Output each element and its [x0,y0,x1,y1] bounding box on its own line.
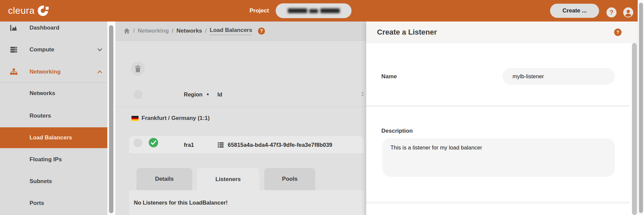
home-icon[interactable] [123,28,130,34]
panel-header: Create a Listener ? [366,22,638,43]
redacted-project-name [288,8,307,13]
logo-c-icon [38,5,49,16]
create-button[interactable]: Create ... [550,4,599,18]
sidebar-scrollbar-thumb[interactable] [109,25,113,213]
status-active-icon [149,138,158,149]
sidebar-item-label: Networking [30,69,61,75]
sidebar-item-label: Ports [30,200,44,207]
sidebar-item-label: Networks [30,90,55,97]
chevron-down-icon [97,47,102,53]
region-group-label: Frankfurt / Germany (1:1) [142,115,210,122]
column-header-id[interactable]: Id [217,90,222,99]
sort-ascending-icon: ▲ [206,92,210,96]
empty-listeners-message: No Listeners for this LoadBalancer! [134,200,228,206]
sidebar-item-subnets[interactable]: Subnets [0,171,107,192]
column-header-region[interactable]: Region [184,90,203,99]
breadcrumb: / Networking / Networks / Load Balancers… [123,27,265,35]
section-divider [366,105,630,107]
help-button[interactable]: ? [606,7,616,17]
list-icon [218,142,224,149]
sidebar: Dashboard Compute Networki [0,22,107,215]
name-input-value: mylb-listener [513,73,544,79]
name-input[interactable]: mylb-listener [502,68,615,85]
question-mark-icon: ? [609,9,613,16]
header-divider [115,106,366,107]
listeners-tab-content: No Listeners for this LoadBalancer! [129,190,364,215]
germany-flag-icon [131,116,139,121]
tab-listeners[interactable]: Listeners [197,168,259,191]
account-button[interactable] [623,7,633,17]
cleura-app: cleura Project Create ... ? [0,0,644,215]
sidebar-scrollbar-track[interactable] [107,22,115,215]
description-textarea-value: This is a listener for my load balancer [390,144,482,150]
window-scrollbar-track[interactable] [638,0,644,215]
trash-icon [135,65,141,72]
breadcrumb-networking[interactable]: Networking [138,28,169,34]
sidebar-item-label: Routers [30,113,51,119]
description-field-label: Description [381,128,413,134]
breadcrumb-networks[interactable]: Networks [176,28,202,34]
question-mark-icon: ? [260,28,263,34]
sidebar-item-label: Compute [30,46,54,53]
project-label: Project [250,0,269,22]
sidebar-item-networking[interactable]: Networking [0,61,107,83]
cleura-logo[interactable]: cleura [8,0,49,22]
row-select-circle[interactable] [133,138,142,147]
sidebar-item-label: Dashboard [30,25,59,31]
description-textarea[interactable]: This is a listener for my load balancer [382,138,615,177]
load-balancer-card: fra1 65815a4a-bda4-47f3-9dfe-fea3e7f8b03… [129,136,364,215]
breadcrumb-separator: / [133,28,135,34]
sidebar-item-label: Subnets [30,178,52,185]
tab-label: Pools [282,176,298,182]
create-listener-panel: Create a Listener ? Name mylb-listener D… [366,22,638,215]
sidebar-item-ports[interactable]: Ports [0,192,107,214]
window-scrollbar-thumb[interactable] [639,3,643,213]
sidebar-item-networks[interactable]: Networks [0,83,107,104]
breadcrumb-bar: / Networking / Networks / Load Balancers… [115,22,366,41]
sidebar-item-compute[interactable]: Compute [0,39,107,60]
sidebar-item-label: Floating IPs [30,156,62,163]
breadcrumb-help-button[interactable]: ? [258,28,265,35]
network-icon [8,68,19,76]
user-icon [623,7,633,17]
row-region-value: fra1 [184,136,194,154]
breadcrumb-load-balancers[interactable]: Load Balancers [210,27,252,35]
sidebar-item-floating-ips[interactable]: Floating IPs [0,149,107,170]
question-mark-icon: ? [616,30,620,35]
section-divider [366,202,630,204]
top-bar: cleura Project Create ... ? [0,0,644,22]
redacted-project-name [320,8,340,13]
sort-toggle-icon[interactable] [360,91,365,98]
panel-title: Create a Listener [377,22,437,43]
panel-help-button[interactable]: ? [614,29,622,36]
select-all-circle[interactable] [133,90,143,99]
create-button-label: Create ... [562,7,587,14]
chevron-up-icon [97,69,102,75]
load-balancer-row[interactable]: fra1 65815a4a-bda4-47f3-9dfe-fea3e7f8b03… [129,136,364,154]
breadcrumb-separator: / [172,28,173,34]
tab-details[interactable]: Details [137,168,192,190]
sidebar-item-load-balancers[interactable]: Load Balancers [0,127,107,148]
tab-label: Listeners [215,176,241,183]
dashboard-icon [8,24,19,32]
name-field-label: Name [381,73,397,80]
row-id-value: 65815a4a-bda4-47f3-9dfe-fea3e7f8b039 [228,136,332,154]
tab-pools[interactable]: Pools [264,168,315,190]
panel-scrollbar-thumb[interactable] [632,43,637,215]
sidebar-item-label: Load Balancers [30,134,72,141]
server-icon [8,46,19,54]
project-selector[interactable] [276,3,352,18]
region-group-row: Frankfurt / Germany (1:1) [131,115,210,122]
logo-wordmark: cleura [8,5,35,16]
tab-label: Details [155,176,174,182]
delete-button[interactable] [131,61,145,76]
breadcrumb-separator: / [205,28,207,34]
redacted-project-name [309,9,318,13]
sidebar-item-routers[interactable]: Routers [0,105,107,127]
load-balancers-pane: / Networking / Networks / Load Balancers… [115,22,366,215]
